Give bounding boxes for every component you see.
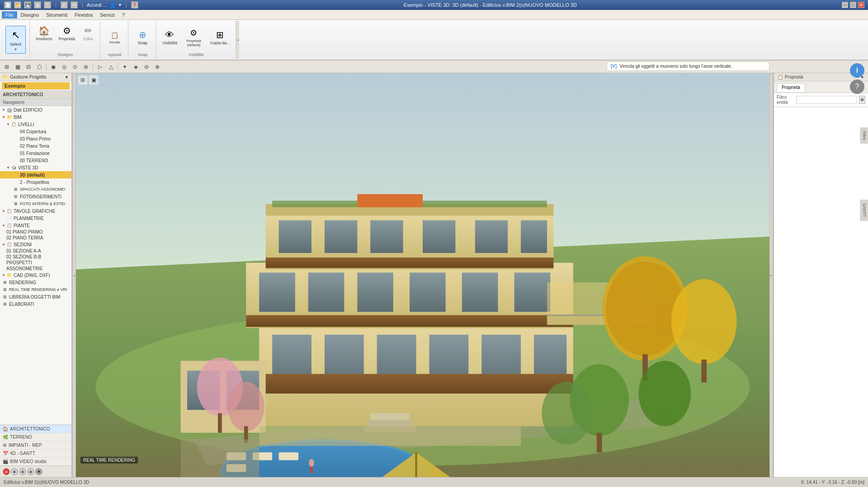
tree-piano-primo-p[interactable]: 01 PIANO PRIMO: [0, 229, 71, 235]
bt-icon-1[interactable]: ●: [3, 468, 10, 475]
nav-terreno[interactable]: 🌿 TERRENO: [0, 433, 71, 441]
nav-bim-video[interactable]: 🎬 BIM VIDEO studio: [0, 458, 71, 466]
bt-icon-3[interactable]: ●: [19, 468, 26, 475]
incolla-button[interactable]: 📋 Incolla: [108, 29, 122, 46]
qaccess-open[interactable]: 📂: [14, 1, 21, 9]
qaccess-redo[interactable]: ↪: [71, 1, 78, 9]
qaccess-undo[interactable]: ↩: [61, 1, 68, 9]
gantt-side-tab[interactable]: GANTT: [860, 200, 868, 221]
tree-prospetti[interactable]: PROSPETTI: [0, 260, 71, 266]
select-button[interactable]: ↖ Select ▼: [5, 26, 26, 54]
maximize-button[interactable]: □: [850, 2, 856, 8]
select-dropdown-arrow[interactable]: ▼: [14, 47, 18, 52]
svg-rect-21: [279, 220, 311, 253]
tb-grid[interactable]: ▦: [13, 62, 23, 72]
tree-libreria[interactable]: ⊞ LIBRERIA OGGETTI BIM: [0, 293, 71, 300]
menu-disegno[interactable]: Disegno: [17, 11, 42, 19]
qaccess-help[interactable]: ❓: [131, 1, 138, 9]
tree-viste-3d[interactable]: ▼ 🎲 VISTE 3D: [0, 164, 71, 171]
tb-obj2[interactable]: ◎: [59, 62, 69, 72]
tree-elaborati[interactable]: ⊞ ELABORATI: [0, 300, 71, 308]
ribbon-collapse-handle[interactable]: ◂: [236, 21, 239, 59]
visibilita-button[interactable]: 👁 Visibilità: [160, 27, 179, 47]
tb-homes[interactable]: ⊞: [2, 62, 12, 72]
tb-view1[interactable]: ▷: [95, 62, 105, 72]
bt-icon-5[interactable]: ▼: [35, 468, 42, 475]
snap-button[interactable]: ⊕ Snap: [134, 27, 152, 47]
tb-snap2[interactable]: ◈: [131, 62, 141, 72]
minimize-button[interactable]: ─: [842, 2, 848, 8]
tree-sezioni[interactable]: ▼ 📋 SEZIONI: [0, 241, 71, 248]
dropdown-arrow[interactable]: ▼: [118, 3, 122, 7]
vp-icon-1[interactable]: ⊞: [78, 75, 88, 85]
tb-obj4[interactable]: ⊛: [81, 62, 91, 72]
tree-spaccati[interactable]: ⊞ SPACCATI ASSONOMEI: [0, 186, 71, 193]
tree-piano-primo[interactable]: 03 Piano Primo: [0, 135, 71, 142]
tb-select-obj[interactable]: ◉: [48, 62, 58, 72]
edita-button[interactable]: ✏ Edita: [79, 23, 97, 43]
nav-architettonico[interactable]: 🏠 ARCHITETTONICO: [0, 425, 71, 433]
bt-icon-4[interactable]: ●: [27, 468, 34, 475]
visibilita-group-label: Visibilità: [189, 52, 203, 57]
nav-4d-gantt[interactable]: 📅 4D - GANTT: [0, 450, 71, 458]
tab-proprieta[interactable]: Proprietà: [777, 83, 805, 92]
qaccess-export[interactable]: ↑: [44, 1, 51, 9]
tree-dati-edificio[interactable]: ▼ 🏢 Dati EDIFICIO: [0, 106, 71, 113]
tree-3d-default[interactable]: 3D (default): [0, 171, 71, 178]
involucro-button[interactable]: 🏠 Involucro: [33, 23, 55, 43]
tree-piano-terra-p[interactable]: 02 PIANO TERRA: [0, 235, 71, 241]
menu-file[interactable]: File: [2, 11, 17, 19]
qaccess-save[interactable]: 💾: [24, 1, 31, 9]
tb-view2[interactable]: △: [106, 62, 116, 72]
tree-copertura[interactable]: 04 Copertura: [0, 128, 71, 135]
tb-layers[interactable]: ⊟: [24, 62, 33, 72]
bt-icon-2[interactable]: ●: [11, 468, 18, 475]
right-panel-collapse[interactable]: ▸: [769, 73, 773, 477]
user-icon[interactable]: 👤: [109, 2, 116, 9]
tree-tavole-grafiche[interactable]: ▼ 📋 TAVOLE GRAFICHE: [0, 207, 71, 215]
tree-sezione-aa[interactable]: 01 SEZIONE A-A: [0, 248, 71, 254]
tree-sezione-bb[interactable]: 02 SEZIONE B-B: [0, 254, 71, 260]
tree-realtime[interactable]: ⊞ REAL TIME RENDERING e VRI: [0, 286, 71, 293]
tree-cad[interactable]: ▼ 📁 CAD (DWG, DXF): [0, 272, 71, 279]
info-blue-circle[interactable]: i: [850, 63, 864, 78]
tb-snap1[interactable]: ✦: [120, 62, 130, 72]
close-button[interactable]: ✕: [858, 2, 864, 8]
vp-icon-2[interactable]: ▣: [89, 75, 99, 85]
tree-bim[interactable]: ▼ 📁 BIM: [0, 113, 71, 121]
project-header-arrow[interactable]: ▼: [65, 75, 69, 80]
tree-piante[interactable]: ▼ 📋 PIANTE: [0, 222, 71, 229]
tree-rendering[interactable]: ⊞ RENDERING: [0, 279, 71, 286]
tree-livelli[interactable]: ▼ 📋 LIVELLI: [0, 121, 71, 128]
filtro-side-tab[interactable]: Filtro: [860, 127, 868, 144]
viewport[interactable]: REAL TIME RENDERING ⊞ ▣: [76, 73, 769, 477]
filtro-input[interactable]: [796, 96, 857, 104]
menu-strumenti[interactable]: Strumenti: [42, 11, 71, 19]
copia-da-button[interactable]: ⊞ Copia da...: [208, 27, 232, 47]
tb-3d[interactable]: ⬡: [34, 62, 44, 72]
info-gray-circle[interactable]: ?: [850, 80, 864, 94]
left-panel-collapse[interactable]: ◂: [72, 73, 76, 477]
proprieta-default-button[interactable]: ⚙ Proprietà(default): [181, 25, 206, 49]
menu-help[interactable]: ?: [118, 11, 128, 19]
tree-terreno-level[interactable]: 00 TERRENO: [0, 157, 71, 164]
tree-assonometrie[interactable]: ASSONOMETRIE: [0, 266, 71, 272]
tb-snap4[interactable]: ⊗: [152, 62, 162, 72]
qaccess-print[interactable]: 🖨: [34, 1, 41, 9]
tree-planimetrie[interactable]: 📄 PLANIMETRIE: [0, 215, 71, 222]
project-name[interactable]: Esempio: [2, 82, 70, 89]
tree-piano-terra[interactable]: 02 Piano Terra: [0, 142, 71, 150]
filtro-button[interactable]: ⚙: [859, 96, 865, 104]
tree-fotoinserimenti[interactable]: ⊞ FOTOINSERIMENTI: [0, 193, 71, 200]
tb-snap3[interactable]: ⊘: [142, 62, 151, 72]
menu-servizi[interactable]: Servizi: [96, 11, 118, 19]
nav-impianti[interactable]: ⚙ IMPIANTI - MEP: [0, 441, 71, 450]
tree-fondazione[interactable]: 01 Fondazione: [0, 150, 71, 157]
menu-finestra[interactable]: Finestra: [71, 11, 96, 19]
accedi-label[interactable]: Accedi ...: [87, 2, 107, 8]
qaccess-new[interactable]: 📄: [4, 1, 11, 9]
proprieta-button[interactable]: ⚙ Proprietà: [57, 23, 78, 43]
tree-foto-interni[interactable]: ⊞ FOTO INTERNI & ESTEI: [0, 200, 71, 207]
tb-obj3[interactable]: ⊙: [70, 62, 80, 72]
tree-prospettiva[interactable]: 2 - Prospettiva: [0, 178, 71, 186]
